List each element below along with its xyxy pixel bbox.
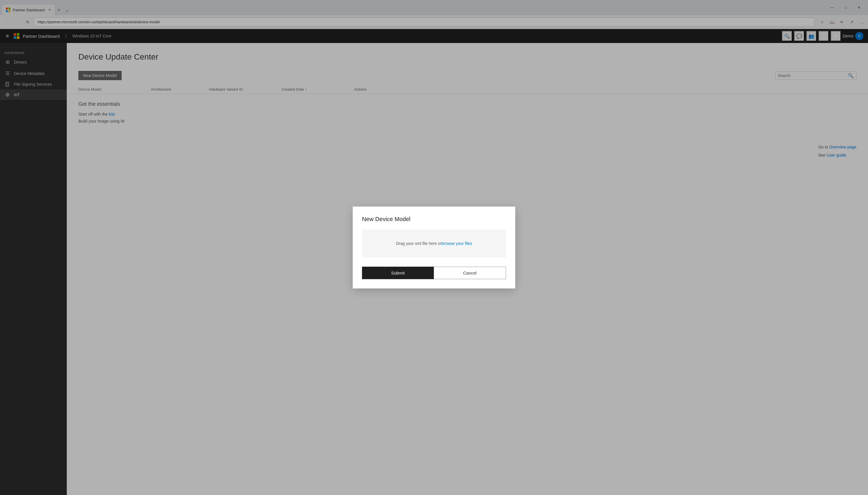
- submit-button[interactable]: Submit: [362, 267, 434, 279]
- browse-files-link[interactable]: browse your files: [442, 241, 472, 246]
- modal-overlay[interactable]: New Device Model Drag your xml file here…: [0, 0, 868, 495]
- dialog-title: New Device Model: [362, 216, 506, 223]
- new-device-model-dialog: New Device Model Drag your xml file here…: [353, 207, 515, 288]
- drop-zone[interactable]: Drag your xml file here or browse your f…: [362, 229, 506, 257]
- dialog-actions: Submit Cancel: [362, 267, 506, 279]
- drop-zone-text: Drag your xml file here or: [396, 241, 442, 246]
- cancel-button[interactable]: Cancel: [434, 267, 506, 279]
